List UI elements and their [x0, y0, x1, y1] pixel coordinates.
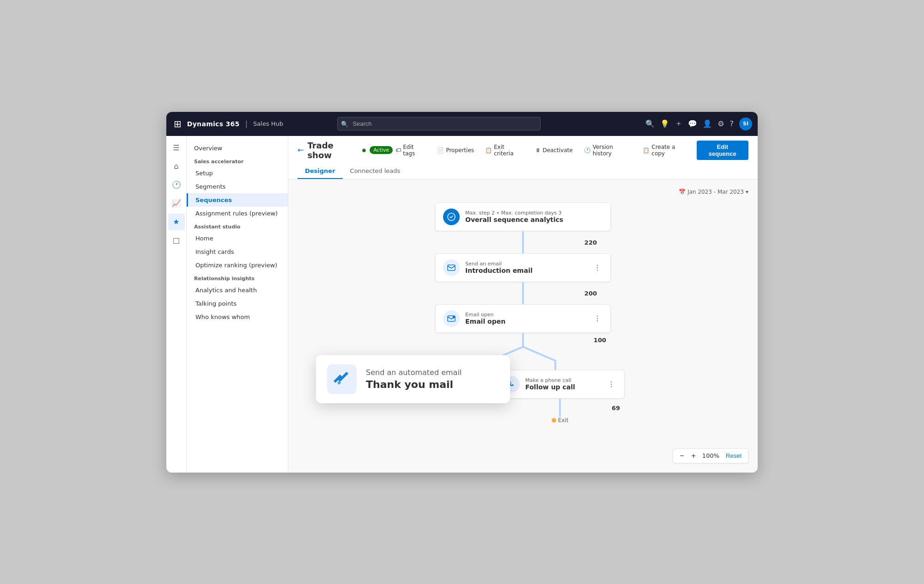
email-open-subtitle: Email open — [465, 312, 586, 318]
chevron-down-icon: ▾ — [746, 189, 748, 195]
header-actions: 🏷 Edit tags 📄 Properties 📋 Exit criteria — [393, 141, 748, 160]
sidebar-item-home[interactable]: Home — [187, 232, 288, 245]
email-open-icon — [443, 310, 460, 327]
grid-icon[interactable]: ⊞ — [172, 117, 183, 131]
nav-divider: | — [245, 119, 248, 128]
back-button[interactable]: ← — [298, 146, 304, 154]
follow-up-title: Follow up call — [525, 383, 600, 391]
sidebar-item-segments[interactable]: Segments — [187, 180, 288, 193]
sidebar-item-talking-points[interactable]: Talking points — [187, 297, 288, 310]
nav-sidebar: Overview Sales accelerator Setup Segment… — [187, 136, 288, 473]
sidebar-clock-icon[interactable]: 🕐 — [168, 177, 185, 193]
analytics-card: Max. step 2 • Max. completion days 3 Ove… — [435, 203, 611, 231]
nav-section-assistant-studio: Assistant studio — [187, 220, 288, 232]
brand-label: Dynamics 365 — [187, 120, 240, 128]
tooltip-title: Thank you mail — [366, 379, 462, 390]
exit-badge: Exit — [552, 417, 569, 424]
search-container: 🔍 — [337, 117, 541, 130]
copy-icon: 📋 — [643, 147, 650, 154]
sidebar-item-setup[interactable]: Setup — [187, 166, 288, 180]
zoom-reset-button[interactable]: Reset — [723, 451, 744, 460]
intro-email-menu[interactable]: ⋮ — [592, 261, 603, 274]
follow-up-menu[interactable]: ⋮ — [606, 378, 617, 390]
chat-icon[interactable]: 💬 — [688, 119, 697, 128]
connector-220: 220 — [435, 231, 611, 253]
edit-sequence-button[interactable]: Edit sequence — [697, 141, 748, 160]
settings-icon[interactable]: ⚙ — [717, 119, 724, 128]
calendar-icon: 📅 — [679, 189, 686, 195]
add-icon[interactable]: ＋ — [675, 119, 682, 129]
topnav-actions: 🔍 💡 ＋ 💬 👤 ⚙ ? SI — [645, 117, 752, 130]
search-input[interactable] — [337, 117, 541, 130]
page-header: ← Trade show ● Active 🏷 Edit tags 📄 Prop… — [288, 136, 758, 179]
topnav: ⊞ Dynamics 365 | Sales Hub 🔍 🔍 💡 ＋ 💬 👤 ⚙… — [166, 112, 758, 136]
deactivate-icon: ⏸ — [535, 147, 541, 154]
deactivate-button[interactable]: ⏸ Deactivate — [532, 145, 575, 155]
version-history-icon: 🕐 — [584, 147, 591, 154]
avatar[interactable]: SI — [739, 117, 752, 130]
follow-up-subtitle: Make a phone call — [525, 377, 600, 383]
email-open-card: Email open Email open ⋮ — [435, 304, 611, 333]
value-69: 69 — [612, 404, 620, 411]
exit-criteria-icon: 📋 — [485, 147, 492, 154]
designer-area: 📅 Jan 2023 - Mar 2023 ▾ — [288, 179, 758, 473]
value-100: 100 — [594, 337, 606, 344]
page-title: Trade show — [307, 141, 358, 160]
sidebar-home-icon[interactable]: ⌂ — [168, 158, 185, 175]
search-icon: 🔍 — [341, 120, 348, 127]
help-icon[interactable]: ? — [729, 119, 734, 128]
lightbulb-icon[interactable]: 💡 — [660, 119, 669, 128]
sidebar-item-who-knows-whom[interactable]: Who knows whom — [187, 310, 288, 324]
properties-button[interactable]: 📄 Properties — [434, 145, 477, 155]
value-220: 220 — [584, 239, 597, 246]
person-icon[interactable]: 👤 — [703, 119, 712, 128]
edit-tags-button[interactable]: 🏷 Edit tags — [393, 142, 429, 159]
connector-200: 200 — [435, 282, 611, 304]
analytics-meta: Max. step 2 • Max. completion days 3 — [465, 210, 603, 216]
intro-email-title: Introduction email — [465, 267, 586, 274]
content-area: ← Trade show ● Active 🏷 Edit tags 📄 Prop… — [288, 136, 758, 473]
email-icon — [443, 259, 460, 276]
zoom-in-button[interactable]: + — [689, 451, 699, 461]
sidebar-item-optimize-ranking[interactable]: Optimize ranking (preview) — [187, 258, 288, 272]
version-history-button[interactable]: 🕐 Version history — [581, 142, 635, 159]
email-open-menu[interactable]: ⋮ — [592, 312, 603, 325]
sidebar-item-assignment-rules[interactable]: Assignment rules (preview) — [187, 207, 288, 220]
tag-icon: 🏷 — [395, 147, 401, 154]
sidebar-box-icon[interactable]: □ — [168, 232, 185, 249]
page-tabs: Designer Connected leads — [298, 164, 748, 179]
properties-icon: 📄 — [437, 147, 444, 154]
exit-criteria-button[interactable]: 📋 Exit criteria — [482, 142, 527, 159]
zoom-out-button[interactable]: − — [677, 451, 687, 461]
exit-dot — [552, 418, 556, 423]
sidebar-chart-icon[interactable]: 📈 — [168, 195, 185, 212]
analytics-title: Overall sequence analytics — [465, 216, 603, 223]
sidebar-item-sequences[interactable]: Sequences — [187, 193, 288, 207]
icon-sidebar: ☰ ⌂ 🕐 📈 ★ □ — [166, 136, 187, 473]
sidebar-item-analytics[interactable]: Analytics and health — [187, 283, 288, 297]
tab-connected-leads[interactable]: Connected leads — [343, 164, 408, 179]
sidebar-item-insight-cards[interactable]: Insight cards — [187, 245, 288, 258]
sidebar-item-overview[interactable]: Overview — [187, 141, 288, 155]
follow-up-card: Make a phone call Follow up call ⋮ — [495, 370, 625, 399]
app-label: Sales Hub — [253, 120, 283, 127]
nav-section-relationship-insights: Relationship insights — [187, 272, 288, 283]
tooltip-popup: Send an automated email Thank you mail — [316, 355, 510, 403]
create-copy-button[interactable]: 📋 Create a copy — [640, 142, 691, 159]
svg-point-3 — [453, 316, 455, 318]
value-200: 200 — [584, 289, 597, 296]
exit-label: Exit — [558, 417, 569, 424]
sidebar-menu-icon[interactable]: ☰ — [168, 140, 185, 156]
search-global-icon[interactable]: 🔍 — [645, 119, 655, 128]
nav-section-sales-accelerator: Sales accelerator — [187, 155, 288, 166]
svg-rect-1 — [448, 265, 455, 270]
sidebar-star-icon[interactable]: ★ — [168, 214, 185, 230]
zoom-controls: − + 100% Reset — [673, 449, 748, 463]
status-badge: Active — [370, 146, 393, 154]
tab-designer[interactable]: Designer — [298, 164, 343, 179]
zoom-level: 100% — [700, 452, 721, 459]
tooltip-icon-container — [327, 364, 357, 394]
tooltip-subtitle: Send an automated email — [366, 368, 462, 377]
date-filter[interactable]: 📅 Jan 2023 - Mar 2023 ▾ — [298, 189, 748, 195]
breadcrumb: ← Trade show ● Active — [298, 141, 393, 160]
